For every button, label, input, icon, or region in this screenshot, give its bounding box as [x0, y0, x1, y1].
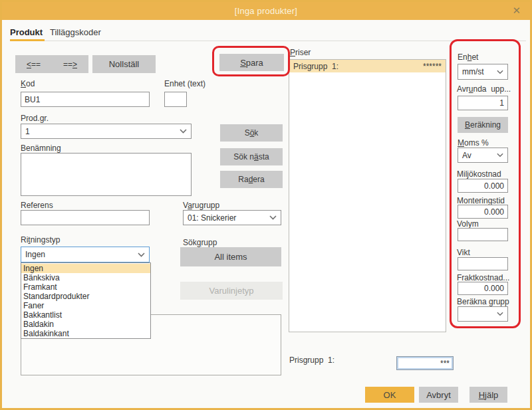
vikt-label: Vikt [457, 248, 470, 257]
dialog-window: [Inga produkter] ✕ Produkt Tilläggskoder… [0, 0, 532, 410]
hjalp-button[interactable]: Hjälp [469, 387, 507, 403]
tab-produkt[interactable]: Produkt [10, 27, 43, 37]
prisgrupp-row-label: Prisgrupp 1: [293, 62, 338, 71]
fraktkostnad-label: Fraktkostnad... [457, 273, 509, 282]
moms-select[interactable]: Av [458, 148, 508, 163]
enhet-select[interactable]: mm/st [458, 64, 508, 80]
title-bar: [Inga produkter] [2, 2, 530, 20]
tab-divider [10, 41, 526, 41]
nollstall-button[interactable]: Nollställ [92, 55, 156, 73]
prisgrupp-bottom-input[interactable] [396, 356, 454, 370]
active-tab-indicator [10, 39, 45, 41]
ritningstyp-dropdown-list: Ingen Bänkskiva Framkant Standardprodukt… [21, 262, 151, 339]
ritningstyp-option[interactable]: Baldakinkant [21, 329, 150, 338]
miljokostnad-input[interactable] [458, 179, 508, 193]
ritningstyp-option[interactable]: Framkant [21, 282, 150, 292]
varugrupp-label: Varugrupp [183, 201, 219, 210]
referens-input[interactable] [21, 210, 150, 225]
vikt-input[interactable] [458, 257, 508, 270]
sok-button[interactable]: Sök [220, 124, 283, 142]
berakna-grupp-label: Beräkna grupp [457, 297, 509, 306]
chevron-down-icon [180, 129, 187, 134]
tab-tillaggskoder[interactable]: Tilläggskoder [50, 27, 101, 37]
close-icon[interactable]: ✕ [512, 5, 521, 17]
avbryt-button[interactable]: Avbryt [419, 387, 458, 403]
ritningstyp-select[interactable]: Ingen [21, 247, 150, 262]
enhet-text-input[interactable] [164, 92, 187, 107]
enhet-label: Enhet [458, 52, 478, 62]
ritningstyp-option[interactable]: Bänkskiva [21, 273, 150, 282]
prisgrupp-list-row[interactable]: Prisgrupp 1: ****** [289, 60, 446, 72]
chevron-down-icon [497, 312, 503, 316]
referens-label: Referens [21, 201, 53, 210]
prisgrupp-row-value: ****** [423, 62, 442, 71]
avrunda-input[interactable] [458, 96, 508, 110]
kod-label: Kod [21, 79, 35, 88]
spara-button[interactable]: Spara [219, 54, 284, 71]
benamning-label: Benämning [21, 144, 61, 153]
miljokostnad-label: Miljökostnad [457, 169, 501, 179]
enhet-value: mm/st [462, 67, 484, 76]
monteringstid-input[interactable] [458, 205, 508, 219]
kod-input[interactable] [21, 92, 150, 107]
prodgr-select[interactable]: 1 [21, 124, 192, 139]
ok-button[interactable]: OK [365, 387, 414, 403]
benamning-textarea[interactable] [21, 153, 192, 196]
record-nav-buttons: <== ==> [15, 55, 88, 73]
varulinjetyp-button: Varulinjetyp [180, 282, 283, 300]
ritningstyp-option[interactable]: Baldakin [21, 320, 150, 329]
priser-listbox[interactable]: Prisgrupp 1: ****** [289, 59, 446, 332]
berakning-button[interactable]: Beräkning [458, 117, 508, 133]
ritningstyp-value: Ingen [25, 250, 45, 259]
priser-label: Priser [290, 48, 311, 57]
ritningstyp-option[interactable]: Faner [21, 301, 150, 310]
radera-button[interactable]: Radera [220, 171, 283, 188]
volym-label: Volym [457, 219, 479, 229]
next-record-button[interactable]: ==> [63, 60, 77, 69]
volym-input[interactable] [458, 228, 508, 241]
avrunda-label: Avrunda upp... [457, 84, 511, 94]
chevron-down-icon [138, 253, 145, 257]
prisgrupp-bottom-label: Prisgrupp 1: [289, 356, 334, 365]
chevron-down-icon [269, 215, 277, 220]
prodgr-label: Prod.gr. [21, 114, 49, 123]
chevron-down-icon [497, 70, 503, 74]
prodgr-value: 1 [25, 127, 30, 136]
varugrupp-value: 01: Snickerier [188, 213, 236, 223]
ritningstyp-option[interactable]: Standardprodukter [21, 292, 150, 301]
monteringstid-label: Monteringstid [457, 196, 505, 205]
ritningstyp-label: Ritningstyp [21, 235, 60, 245]
moms-label: Moms % [458, 138, 489, 148]
varugrupp-select[interactable]: 01: Snickerier [183, 210, 281, 225]
moms-value: Av [462, 151, 471, 160]
ritningstyp-option[interactable]: Ingen [21, 264, 150, 273]
prev-record-button[interactable]: <== [27, 60, 41, 69]
sok-nasta-button[interactable]: Sök nästa [220, 148, 283, 165]
all-items-button[interactable]: All items [180, 247, 281, 266]
window-title: [Inga produkter] [235, 6, 297, 16]
enhet-text-label: Enhet (text) [164, 79, 205, 88]
ritningstyp-option[interactable]: Bakkantlist [21, 310, 150, 320]
berakna-grupp-select[interactable] [458, 306, 508, 322]
chevron-down-icon [497, 153, 503, 157]
fraktkostnad-input[interactable] [458, 282, 508, 295]
sokgrupp-label: Sökgrupp [183, 238, 217, 247]
